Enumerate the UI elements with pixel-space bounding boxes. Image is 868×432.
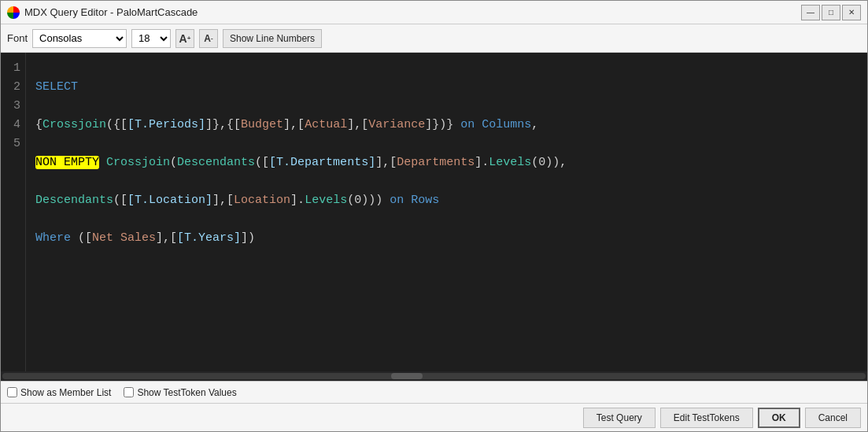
font-decrease-button[interactable]: A- [199,29,218,48]
show-line-numbers-button[interactable]: Show Line Numbers [223,29,322,48]
code-line-3: NON EMPTY Crossjoin(Descendants([[T.Depa… [35,153,858,172]
maximize-button[interactable]: □ [822,5,840,20]
horizontal-scrollbar[interactable] [1,371,867,381]
app-icon [7,6,20,19]
line-number-5: 5 [7,135,20,153]
test-query-button[interactable]: Test Query [583,408,656,428]
line-number-1: 1 [7,59,20,78]
scrollbar-thumb[interactable] [391,373,423,379]
title-bar: MDX Query Editor - PaloMartCascade — □ ✕ [1,1,867,24]
code-line-4: Descendants([[T.Location]],[Location].Le… [35,191,858,210]
main-window: MDX Query Editor - PaloMartCascade — □ ✕… [0,0,868,432]
code-editor[interactable]: SELECT {Crossjoin({[[T.Periods]]},{[Budg… [26,53,867,371]
code-line-2: {Crossjoin({[[T.Periods]]},{[Budget],[Ac… [35,116,858,135]
status-bar: Show as Member List Show TestToken Value… [1,381,867,403]
show-as-member-list-checkbox[interactable]: Show as Member List [7,387,111,398]
line-number-2: 2 [7,78,20,97]
minimize-button[interactable]: — [801,5,820,20]
window-title: MDX Query Editor - PaloMartCascade [24,6,801,18]
title-bar-controls: — □ ✕ [801,5,861,20]
line-numbers: 1 2 3 4 5 [1,53,26,371]
show-test-token-values-label: Show TestToken Values [137,387,236,398]
code-line-5: Where ([Net Sales],[[T.Years]]) [35,229,858,248]
scrollbar-track [2,373,866,379]
show-test-token-values-checkbox[interactable]: Show TestToken Values [124,387,236,398]
show-as-member-list-label: Show as Member List [20,387,111,398]
show-as-member-list-input[interactable] [7,387,17,397]
close-button[interactable]: ✕ [842,5,861,20]
font-select[interactable]: Consolas [32,29,127,48]
ok-button[interactable]: OK [758,408,800,428]
font-size-select[interactable]: 18 [131,29,171,48]
editor-area: 1 2 3 4 5 SELECT {Crossjoin({[[T.Periods… [1,53,867,371]
edit-test-tokens-button[interactable]: Edit TestTokens [660,408,753,428]
show-test-token-values-input[interactable] [124,387,134,397]
toolbar: Font Consolas 18 A+ A- Show Line Numbers [1,24,867,53]
font-label: Font [7,32,28,44]
code-line-1: SELECT [35,78,858,97]
bottom-bar: Test Query Edit TestTokens OK Cancel [1,403,867,431]
cancel-button[interactable]: Cancel [805,408,861,428]
line-number-4: 4 [7,116,20,135]
font-increase-button[interactable]: A+ [175,29,194,48]
line-number-3: 3 [7,97,20,116]
